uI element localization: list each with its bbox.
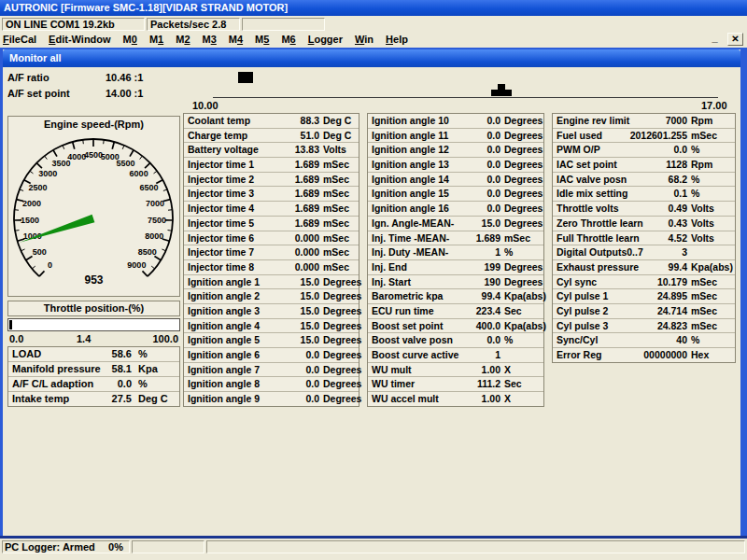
cell-val: 0.000 xyxy=(295,260,319,273)
cell-unit: mSec xyxy=(691,304,717,317)
cell-unit: mSec xyxy=(323,173,349,186)
monitor-table-1: Coolant temp88.3Deg CCharge temp51.0Deg … xyxy=(183,113,359,407)
cell-unit: Degrees xyxy=(504,158,543,171)
table-row: Zero Throttle learn0.43Volts xyxy=(553,217,735,231)
table-row: Ignition angle 80.0Degrees xyxy=(184,377,359,392)
cell-val: 0.0 xyxy=(486,333,500,346)
table-row: Manifold pressure58.1Kpa xyxy=(8,362,179,377)
cell-unit: mSec xyxy=(323,217,349,230)
cell-val: 15.0 xyxy=(301,333,319,346)
cell-lbl: LOAD xyxy=(12,347,41,361)
table-row: Digital Outputs0..73 xyxy=(553,245,735,260)
window-title: AUTRONIC [Firmware SMC-1.18][VIDAR STRAN… xyxy=(4,2,288,13)
cell-lbl: A/F C/L adaption xyxy=(12,377,93,391)
cell-val: 4.52 xyxy=(669,231,687,245)
cell-unit: % xyxy=(138,347,148,361)
afr-setpoint-marker[interactable] xyxy=(491,84,512,96)
gauge-minor-tick xyxy=(140,156,143,160)
menu-item-m2[interactable]: M2 xyxy=(176,34,190,45)
cell-val: 0.0 xyxy=(305,363,319,376)
gauge-major-tick xyxy=(145,163,150,169)
table-row: Cyl sync10.179mSec xyxy=(553,275,735,290)
cell-lbl: ECU run time xyxy=(372,304,434,317)
cell-unit: Deg C xyxy=(323,129,351,142)
statusbar-panel-2 xyxy=(132,540,204,553)
throttle-progress-fill xyxy=(9,320,12,329)
gauge-title: Engine speed-(Rpm) xyxy=(8,119,179,130)
gauge-minor-tick xyxy=(63,146,64,149)
cell-val: 15.0 xyxy=(301,275,319,288)
table-row: Ignition angle 60.0Degrees xyxy=(184,348,359,363)
cell-unit: Volts xyxy=(691,202,714,215)
cell-unit: Degrees xyxy=(504,275,543,288)
cell-lbl: Injector time 2 xyxy=(188,173,254,186)
menu-item-m3[interactable]: M3 xyxy=(203,34,217,45)
cell-lbl: Ignition angle 14 xyxy=(372,173,449,186)
cell-val: 15.0 xyxy=(301,319,319,332)
cell-val: 0.1 xyxy=(673,187,687,200)
close-button[interactable]: ✕ xyxy=(727,33,743,46)
logger-progress: 0% xyxy=(108,541,123,553)
cell-val: 15.0 xyxy=(301,304,319,317)
cell-unit: mSec xyxy=(323,231,349,245)
menu-item-m1[interactable]: M1 xyxy=(149,34,163,45)
gauge-tick-label: 8000 xyxy=(145,231,163,241)
table-row: Inj. End199Degrees xyxy=(368,260,543,275)
minimize-button[interactable]: _ xyxy=(709,34,721,45)
cell-lbl: WU mult xyxy=(372,363,412,376)
cell-unit: Degrees xyxy=(323,377,361,390)
cell-lbl: Boost valve posn xyxy=(372,333,453,346)
gauge-minor-tick xyxy=(45,156,48,160)
menu-item-m6[interactable]: M6 xyxy=(281,34,295,45)
table-row: Ignition angle 130.0Degrees xyxy=(368,158,543,173)
gauge-tick-label: 7000 xyxy=(146,199,164,208)
table-row: Idle mix setting0.1% xyxy=(553,187,735,202)
cell-val: 1.689 xyxy=(295,187,319,200)
gauge-tick-label: 3000 xyxy=(38,169,57,178)
cell-lbl: Idle mix setting xyxy=(557,187,627,200)
menu-item-m5[interactable]: M5 xyxy=(255,34,269,45)
gauge-major-tick xyxy=(73,142,75,149)
monitor-window-titlebar[interactable]: Monitor all xyxy=(3,49,740,67)
cell-lbl: Ignition angle 1 xyxy=(188,275,260,288)
menu-item-m0[interactable]: M0 xyxy=(123,34,137,45)
gauge-major-tick xyxy=(26,257,33,260)
table-row: Ignition angle 215.0Degrees xyxy=(184,289,359,304)
mdi-frame-left xyxy=(0,48,3,536)
cell-val: 10.179 xyxy=(657,275,687,288)
cell-val: 58.6 xyxy=(112,347,132,361)
cell-lbl: Charge temp xyxy=(188,129,247,142)
cell-val: 1.689 xyxy=(476,231,500,245)
table-row: WU accel mult1.00X xyxy=(368,392,543,406)
cell-unit: Degrees xyxy=(323,363,361,376)
cell-val: 88.3 xyxy=(301,114,319,127)
window-titlebar[interactable]: AUTRONIC [Firmware SMC-1.18][VIDAR STRAN… xyxy=(0,0,747,16)
gauge-minor-tick xyxy=(21,249,24,251)
table-row: Coolant temp88.3Deg C xyxy=(184,114,359,129)
menu-item-edit-window[interactable]: Edit-Window xyxy=(49,34,111,45)
gauge-tick-label: 7500 xyxy=(148,216,166,225)
table-row: Injector time 31.689mSec xyxy=(184,187,359,202)
cell-lbl: Cyl pulse 1 xyxy=(557,289,608,302)
cell-lbl: Ignition angle 15 xyxy=(372,187,449,200)
cell-unit: Sec xyxy=(504,304,522,317)
cell-val: 27.5 xyxy=(112,392,132,406)
cell-lbl: Barometric kpa xyxy=(372,289,443,302)
connection-status: ON LINE COM1 19.2kb xyxy=(6,19,115,30)
cell-lbl: Ignition angle 6 xyxy=(188,348,260,361)
menu-item-m4[interactable]: M4 xyxy=(229,34,243,45)
menu-item-filecal[interactable]: FileCal xyxy=(3,34,36,45)
logger-status-panel: PC Logger: Armed 0% xyxy=(2,540,130,553)
table-row: Ignition angle 150.0Degrees xyxy=(368,187,543,202)
table-row: Injector time 21.689mSec xyxy=(184,173,359,188)
cell-unit: Degrees xyxy=(504,129,543,142)
cell-lbl: Ignition angle 13 xyxy=(372,158,449,171)
cell-unit: Degrees xyxy=(504,114,543,127)
menu-item-win[interactable]: Win xyxy=(355,34,374,45)
menu-item-help[interactable]: Help xyxy=(386,34,408,45)
table-row: Inj. Time -MEAN-1.689mSec xyxy=(368,231,543,246)
cell-unit: Degrees xyxy=(504,217,543,230)
menu-item-logger[interactable]: Logger xyxy=(308,34,343,45)
cell-unit: Degrees xyxy=(323,392,361,405)
table-row: Boost valve posn0.0% xyxy=(368,333,543,348)
